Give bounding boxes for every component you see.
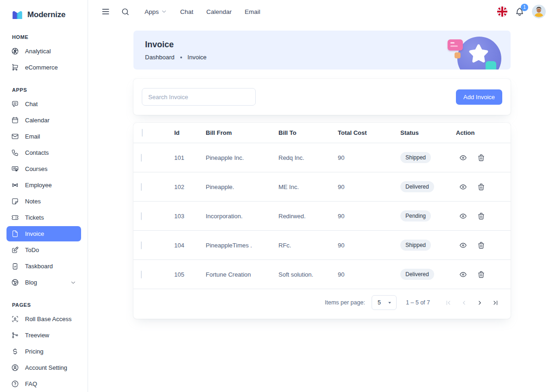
cell-id: 103 (167, 202, 198, 231)
sidebar-item-pricing[interactable]: Pricing (6, 344, 81, 359)
sidebar-item-chat[interactable]: Chat (6, 96, 81, 112)
status-badge: Pending (400, 210, 431, 221)
ribbon-icon (11, 181, 19, 189)
sidebar-item-invoice[interactable]: Invoice (6, 226, 81, 241)
sidebar-item-todo[interactable]: ToDo (6, 242, 81, 258)
clipboard-icon (11, 262, 19, 270)
sidebar-item-employee[interactable]: Employee (6, 177, 81, 193)
sidebar-item-email[interactable]: Email (6, 129, 81, 144)
eye-icon (459, 212, 467, 220)
sidebar-item-faq[interactable]: FAQ (6, 376, 81, 392)
brand-name: Modernize (27, 10, 65, 19)
status-badge: Shipped (400, 240, 431, 251)
cell-total-cost: 90 (330, 202, 393, 231)
items-per-page-label: Items per page: (325, 299, 365, 306)
add-invoice-button[interactable]: Add Invoice (456, 89, 502, 105)
sidebar-section-home: HOME (12, 34, 81, 40)
cell-bill-to: Soft solution. (271, 260, 330, 289)
pagination-bar: Items per page: 5 1 – 5 of 7 (133, 289, 511, 317)
status-badge: Delivered (400, 181, 434, 192)
nav-email[interactable]: Email (240, 6, 265, 18)
user-avatar[interactable] (532, 5, 546, 19)
delete-invoice-button[interactable] (474, 151, 488, 164)
next-page-button[interactable] (472, 295, 487, 310)
trash-icon (477, 271, 485, 278)
invoice-table-card: Id Bill From Bill To Total Cost Status A… (133, 123, 511, 319)
items-per-page-select[interactable]: 5 (372, 295, 397, 310)
table-row: 103 Incorporation. Redirwed. 90 Pending (133, 202, 511, 231)
sidebar-item-label: Courses (25, 165, 47, 172)
app-root: Modernize HOME Analytical eCommerce APPS… (0, 0, 556, 392)
banner-illustration (432, 31, 511, 70)
first-page-button[interactable] (440, 295, 456, 310)
view-invoice-button[interactable] (456, 151, 470, 164)
column-header-action: Action (449, 123, 511, 143)
search-icon[interactable] (118, 4, 133, 19)
sidebar-item-blog[interactable]: Blog (6, 275, 81, 290)
nav-apps[interactable]: Apps (140, 6, 172, 18)
delete-invoice-button[interactable] (474, 238, 488, 252)
select-all-checkbox[interactable] (142, 129, 143, 137)
sidebar-item-roll-base-access[interactable]: Roll Base Access (6, 311, 81, 327)
table-header-row: Id Bill From Bill To Total Cost Status A… (133, 123, 511, 143)
sidebar-item-courses[interactable]: Courses (6, 161, 81, 177)
sidebar-item-treeview[interactable]: Treeview (6, 328, 81, 343)
row-checkbox[interactable] (141, 212, 142, 220)
cell-total-cost: 90 (330, 231, 393, 260)
notifications-button[interactable]: 1 (515, 7, 524, 17)
sidebar-item-label: Account Setting (25, 364, 67, 371)
nav-calendar[interactable]: Calendar (202, 6, 236, 18)
sidebar-item-label: Blog (25, 279, 37, 286)
sidebar-item-contacts[interactable]: Contacts (6, 145, 81, 160)
delete-invoice-button[interactable] (474, 267, 488, 281)
view-invoice-button[interactable] (456, 180, 470, 194)
cell-bill-to: Redirwed. (271, 202, 330, 231)
sidebar-item-label: Treeview (25, 332, 49, 339)
view-invoice-button[interactable] (456, 209, 470, 223)
brand-logo[interactable]: Modernize (6, 8, 81, 22)
column-header-bill-to: Bill To (271, 123, 330, 143)
view-invoice-button[interactable] (456, 238, 470, 252)
breadcrumb-dashboard[interactable]: Dashboard (145, 54, 175, 61)
sidebar-item-calendar[interactable]: Calendar (6, 113, 81, 128)
trash-icon (477, 212, 485, 220)
hamburger-menu-icon[interactable] (98, 4, 113, 19)
view-invoice-button[interactable] (456, 267, 470, 281)
search-invoice-input[interactable] (142, 88, 256, 106)
row-checkbox[interactable] (141, 154, 142, 162)
sidebar-item-account-setting[interactable]: Account Setting (6, 360, 81, 375)
row-checkbox[interactable] (141, 241, 142, 249)
language-flag-icon[interactable] (497, 6, 507, 17)
eye-icon (459, 241, 467, 249)
row-checkbox[interactable] (141, 271, 142, 278)
sidebar-item-tickets[interactable]: Tickets (6, 210, 81, 225)
sidebar-item-label: Notes (25, 198, 41, 205)
sidebar-item-ecommerce[interactable]: eCommerce (6, 60, 81, 75)
tree-icon (11, 331, 19, 339)
sidebar: Modernize HOME Analytical eCommerce APPS… (0, 0, 88, 392)
delete-invoice-button[interactable] (474, 209, 488, 223)
sidebar-item-analytical[interactable]: Analytical (6, 44, 81, 59)
dollar-icon (11, 348, 19, 355)
nav-email-label: Email (245, 8, 260, 15)
column-header-status: Status (393, 123, 449, 143)
last-page-button[interactable] (487, 295, 503, 310)
delete-invoice-button[interactable] (474, 180, 488, 194)
sidebar-item-label: FAQ (25, 380, 37, 387)
cart-icon (11, 63, 19, 71)
sidebar-item-label: Pricing (25, 348, 44, 355)
phone-icon (11, 149, 19, 157)
eye-icon (459, 271, 467, 278)
nav-chat[interactable]: Chat (176, 6, 198, 18)
chevron-down-icon (70, 279, 76, 286)
status-badge: Delivered (400, 269, 434, 280)
previous-page-button[interactable] (456, 295, 472, 310)
row-checkbox[interactable] (141, 183, 142, 191)
edit-icon (11, 246, 19, 254)
sidebar-item-notes[interactable]: Notes (6, 194, 81, 209)
cell-total-cost: 90 (330, 172, 393, 202)
page-content: Invoice Dashboard Invoice (133, 31, 511, 319)
sidebar-item-taskboard[interactable]: Taskboard (6, 259, 81, 274)
sidebar-item-label: Taskboard (25, 263, 53, 270)
sidebar-item-label: Calendar (25, 117, 50, 124)
